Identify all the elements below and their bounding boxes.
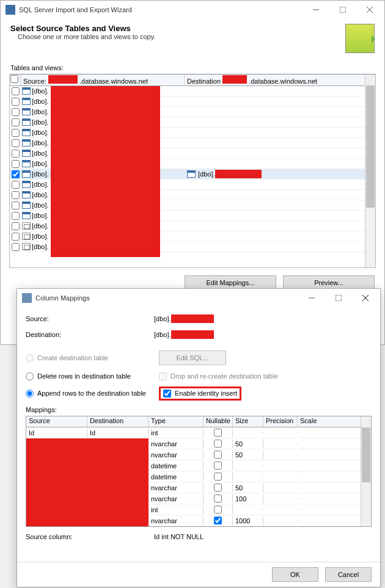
wizard-title: SQL Server Import and Export Wizard (19, 6, 302, 13)
map-size: 100 (233, 495, 263, 503)
tables-grid: Source: .database.windows.net Destinatio… (9, 74, 376, 268)
map-precision (263, 487, 298, 488)
destination-cell: [dbo]. (185, 170, 375, 178)
map-precision (263, 498, 298, 499)
map-nullable[interactable] (204, 461, 233, 470)
map-precision (263, 443, 298, 445)
destination-column-header[interactable]: Destination .database.windows.net (185, 74, 375, 85)
enable-identity-insert-checkbox[interactable]: Enable identity insert (163, 390, 237, 397)
maximize-button[interactable] (329, 1, 356, 18)
destination-label: Destination: (26, 331, 154, 338)
map-nullable[interactable] (204, 439, 233, 448)
row-checkbox[interactable] (10, 212, 21, 220)
mappings-header: Source Destination Type Nullable Size Pr… (26, 416, 371, 427)
col-nullable[interactable]: Nullable (204, 416, 233, 427)
row-checkbox[interactable] (10, 191, 21, 199)
map-type: int (148, 429, 204, 437)
mappings-label: Mappings: (26, 406, 372, 413)
map-type: nvarchar (148, 451, 204, 459)
map-scale (298, 432, 371, 434)
dialog-maximize-button[interactable] (325, 289, 352, 307)
mappings-scrollbar[interactable] (361, 416, 371, 526)
map-size: 50 (233, 451, 263, 459)
map-nullable[interactable] (204, 483, 233, 492)
delete-rows-radio[interactable]: Delete rows in destination table (26, 372, 159, 380)
dialog-title: Column Mappings (35, 294, 298, 302)
map-nullable[interactable] (204, 472, 233, 481)
table-icon (21, 139, 32, 147)
source-column-header[interactable]: Source: .database.windows.net (21, 74, 185, 85)
map-nullable[interactable] (204, 505, 233, 514)
append-rows-radio[interactable]: Append rows to the destination table (26, 390, 159, 397)
source-host: .database.windows.net (79, 78, 148, 85)
row-checkbox[interactable] (10, 201, 21, 209)
map-nullable[interactable] (204, 428, 233, 437)
col-source[interactable]: Source (26, 416, 87, 427)
row-checkbox[interactable] (10, 139, 21, 147)
redacted (48, 75, 78, 84)
vertical-scrollbar[interactable] (365, 74, 375, 267)
map-type: datetime (148, 462, 204, 470)
source-value: [dbo]. (154, 315, 171, 322)
map-type: nvarchar (148, 517, 204, 525)
page-heading: Select Source Tables and Views (10, 24, 340, 33)
select-all-checkbox[interactable] (10, 74, 21, 85)
col-size[interactable]: Size (233, 416, 263, 427)
col-destination[interactable]: Destination (87, 416, 148, 427)
row-checkbox[interactable] (10, 160, 21, 168)
svg-rect-1 (340, 7, 346, 13)
tables-label: Tables and views: (1, 63, 384, 73)
row-checkbox[interactable] (10, 129, 21, 137)
dialog-minimize-button[interactable] (298, 289, 325, 307)
row-checkbox[interactable] (10, 87, 21, 95)
map-nullable[interactable] (204, 516, 233, 525)
row-checkbox[interactable] (10, 118, 21, 126)
table-icon (21, 201, 32, 209)
map-type: nvarchar (148, 440, 204, 448)
map-precision (263, 465, 298, 466)
map-scale (298, 520, 371, 521)
map-size: 50 (233, 484, 263, 492)
map-scale (298, 476, 371, 477)
dialog-close-button[interactable] (352, 289, 379, 307)
close-button[interactable] (356, 1, 383, 18)
mapping-row[interactable]: IdIdint (26, 427, 371, 438)
row-checkbox[interactable] (10, 243, 21, 251)
table-icon (21, 129, 32, 136)
col-type[interactable]: Type (148, 416, 204, 427)
map-precision (263, 476, 298, 477)
dialog-titlebar[interactable]: Column Mappings (17, 289, 380, 307)
view-icon (21, 222, 32, 230)
wizard-header: Select Source Tables and Views Choose on… (1, 19, 384, 63)
col-precision[interactable]: Precision (263, 416, 298, 427)
row-checkbox[interactable] (10, 150, 21, 158)
map-size (233, 432, 263, 434)
row-checkbox[interactable] (10, 222, 21, 230)
dialog-icon (22, 293, 32, 303)
map-type: datetime (148, 473, 204, 481)
source-prefix: Source: (23, 78, 46, 85)
minimize-button[interactable] (302, 1, 329, 18)
table-icon (21, 98, 32, 105)
redacted (51, 86, 160, 257)
row-checkbox[interactable] (10, 181, 21, 189)
ok-button[interactable]: OK (272, 567, 318, 582)
tables-grid-body: [dbo].[dbo].[dbo].[dbo].[dbo].[dbo].[dbo… (10, 86, 375, 267)
source-column-value: Id int NOT NULL (154, 533, 204, 540)
row-checkbox[interactable] (10, 108, 21, 116)
row-checkbox[interactable] (10, 233, 21, 241)
cancel-button[interactable]: Cancel (325, 567, 372, 582)
row-checkbox[interactable] (10, 170, 21, 178)
destination-value: [dbo]. (154, 331, 171, 338)
map-nullable[interactable] (204, 494, 233, 503)
table-icon (21, 160, 32, 167)
tables-grid-header: Source: .database.windows.net Destinatio… (10, 74, 375, 86)
map-destination: Id (87, 429, 148, 437)
map-type: int (148, 506, 204, 514)
wizard-titlebar[interactable]: SQL Server Import and Export Wizard (1, 1, 384, 19)
row-checkbox[interactable] (10, 98, 21, 106)
map-scale (298, 454, 371, 456)
identity-insert-highlight: Enable identity insert (159, 387, 241, 401)
map-nullable[interactable] (204, 450, 233, 459)
col-scale[interactable]: Scale (298, 416, 371, 427)
